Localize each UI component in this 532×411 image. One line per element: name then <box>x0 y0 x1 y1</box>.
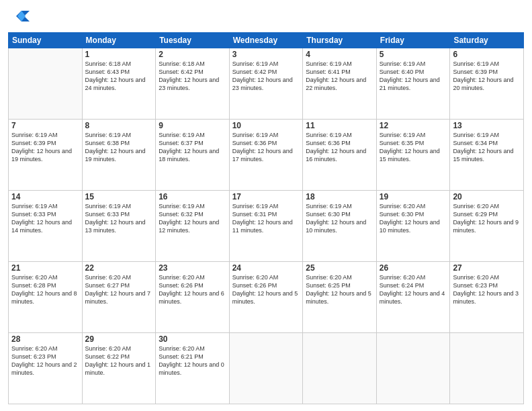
day-number: 22 <box>85 263 153 273</box>
day-info: Sunrise: 6:19 AMSunset: 6:42 PMDaylight:… <box>232 60 300 93</box>
calendar-cell: 9Sunrise: 6:19 AMSunset: 6:37 PMDaylight… <box>156 120 230 191</box>
day-header-wednesday: Wednesday <box>229 33 303 48</box>
day-number: 17 <box>232 192 300 201</box>
day-info: Sunrise: 6:19 AMSunset: 6:37 PMDaylight:… <box>159 131 226 164</box>
calendar-cell: 16Sunrise: 6:19 AMSunset: 6:32 PMDayligh… <box>156 191 230 262</box>
calendar-cell: 27Sunrise: 6:20 AMSunset: 6:23 PMDayligh… <box>450 262 524 333</box>
calendar-cell: 21Sunrise: 6:20 AMSunset: 6:28 PMDayligh… <box>9 262 83 333</box>
day-number: 18 <box>306 192 373 201</box>
day-number: 28 <box>11 334 79 344</box>
calendar-cell: 4Sunrise: 6:19 AMSunset: 6:41 PMDaylight… <box>303 48 377 120</box>
day-number: 25 <box>306 263 373 273</box>
calendar-cell <box>229 333 303 404</box>
day-info: Sunrise: 6:20 AMSunset: 6:26 PMDaylight:… <box>159 273 226 306</box>
week-row-2: 14Sunrise: 6:19 AMSunset: 6:33 PMDayligh… <box>9 191 524 262</box>
calendar-cell: 7Sunrise: 6:19 AMSunset: 6:39 PMDaylight… <box>9 120 83 191</box>
calendar-cell: 19Sunrise: 6:20 AMSunset: 6:30 PMDayligh… <box>376 191 450 262</box>
day-number: 16 <box>159 192 226 201</box>
day-info: Sunrise: 6:20 AMSunset: 6:21 PMDaylight:… <box>159 345 226 377</box>
day-info: Sunrise: 6:19 AMSunset: 6:36 PMDaylight:… <box>232 131 300 164</box>
day-number: 4 <box>306 50 373 59</box>
calendar-cell: 29Sunrise: 6:20 AMSunset: 6:22 PMDayligh… <box>82 333 156 404</box>
day-number: 26 <box>380 263 447 273</box>
day-number: 5 <box>380 50 447 59</box>
day-number: 9 <box>159 121 226 130</box>
day-info: Sunrise: 6:19 AMSunset: 6:34 PMDaylight:… <box>453 131 521 164</box>
day-number: 29 <box>85 334 153 344</box>
day-info: Sunrise: 6:20 AMSunset: 6:26 PMDaylight:… <box>232 273 300 306</box>
day-info: Sunrise: 6:20 AMSunset: 6:28 PMDaylight:… <box>11 273 79 306</box>
calendar-cell: 12Sunrise: 6:19 AMSunset: 6:35 PMDayligh… <box>376 120 450 191</box>
day-info: Sunrise: 6:20 AMSunset: 6:29 PMDaylight:… <box>453 202 521 235</box>
calendar-cell <box>303 333 377 404</box>
calendar-cell: 15Sunrise: 6:19 AMSunset: 6:33 PMDayligh… <box>82 191 156 262</box>
calendar-cell <box>9 48 83 120</box>
day-info: Sunrise: 6:19 AMSunset: 6:36 PMDaylight:… <box>306 131 373 164</box>
header <box>8 7 524 28</box>
day-info: Sunrise: 6:19 AMSunset: 6:40 PMDaylight:… <box>380 60 447 93</box>
day-number: 6 <box>453 50 521 59</box>
logo-icon <box>8 7 30 28</box>
calendar-cell: 10Sunrise: 6:19 AMSunset: 6:36 PMDayligh… <box>229 120 303 191</box>
day-info: Sunrise: 6:18 AMSunset: 6:42 PMDaylight:… <box>159 60 226 93</box>
day-info: Sunrise: 6:20 AMSunset: 6:23 PMDaylight:… <box>453 273 521 306</box>
week-row-1: 7Sunrise: 6:19 AMSunset: 6:39 PMDaylight… <box>9 120 524 191</box>
day-info: Sunrise: 6:19 AMSunset: 6:39 PMDaylight:… <box>453 60 521 93</box>
day-number: 1 <box>85 50 153 59</box>
calendar-cell: 17Sunrise: 6:19 AMSunset: 6:31 PMDayligh… <box>229 191 303 262</box>
calendar-cell: 25Sunrise: 6:20 AMSunset: 6:25 PMDayligh… <box>303 262 377 333</box>
calendar-cell <box>450 333 524 404</box>
day-number: 13 <box>453 121 521 130</box>
day-number: 12 <box>380 121 447 130</box>
day-number: 21 <box>11 263 79 273</box>
day-header-sunday: Sunday <box>9 33 83 48</box>
calendar-cell: 14Sunrise: 6:19 AMSunset: 6:33 PMDayligh… <box>9 191 83 262</box>
day-number: 24 <box>232 263 300 273</box>
calendar-cell: 28Sunrise: 6:20 AMSunset: 6:23 PMDayligh… <box>9 333 83 404</box>
day-info: Sunrise: 6:19 AMSunset: 6:32 PMDaylight:… <box>159 202 226 235</box>
day-header-saturday: Saturday <box>450 33 524 48</box>
calendar-cell: 23Sunrise: 6:20 AMSunset: 6:26 PMDayligh… <box>156 262 230 333</box>
day-info: Sunrise: 6:20 AMSunset: 6:23 PMDaylight:… <box>11 345 79 377</box>
day-info: Sunrise: 6:20 AMSunset: 6:27 PMDaylight:… <box>85 273 153 306</box>
week-row-4: 28Sunrise: 6:20 AMSunset: 6:23 PMDayligh… <box>9 333 524 404</box>
day-number: 20 <box>453 192 521 201</box>
day-info: Sunrise: 6:18 AMSunset: 6:43 PMDaylight:… <box>85 60 153 93</box>
calendar-cell: 5Sunrise: 6:19 AMSunset: 6:40 PMDaylight… <box>376 48 450 120</box>
day-number: 30 <box>159 334 226 344</box>
day-info: Sunrise: 6:19 AMSunset: 6:35 PMDaylight:… <box>380 131 447 164</box>
day-info: Sunrise: 6:19 AMSunset: 6:33 PMDaylight:… <box>11 202 79 235</box>
day-info: Sunrise: 6:19 AMSunset: 6:31 PMDaylight:… <box>232 202 300 235</box>
calendar-cell: 30Sunrise: 6:20 AMSunset: 6:21 PMDayligh… <box>156 333 230 404</box>
calendar-cell <box>376 333 450 404</box>
day-info: Sunrise: 6:19 AMSunset: 6:41 PMDaylight:… <box>306 60 373 93</box>
calendar-cell: 6Sunrise: 6:19 AMSunset: 6:39 PMDaylight… <box>450 48 524 120</box>
calendar-cell: 3Sunrise: 6:19 AMSunset: 6:42 PMDaylight… <box>229 48 303 120</box>
calendar-cell: 11Sunrise: 6:19 AMSunset: 6:36 PMDayligh… <box>303 120 377 191</box>
day-info: Sunrise: 6:20 AMSunset: 6:22 PMDaylight:… <box>85 345 153 377</box>
day-info: Sunrise: 6:20 AMSunset: 6:24 PMDaylight:… <box>380 273 447 306</box>
week-row-3: 21Sunrise: 6:20 AMSunset: 6:28 PMDayligh… <box>9 262 524 333</box>
calendar-cell: 2Sunrise: 6:18 AMSunset: 6:42 PMDaylight… <box>156 48 230 120</box>
day-info: Sunrise: 6:19 AMSunset: 6:38 PMDaylight:… <box>85 131 153 164</box>
calendar-cell: 8Sunrise: 6:19 AMSunset: 6:38 PMDaylight… <box>82 120 156 191</box>
day-number: 23 <box>159 263 226 273</box>
day-number: 27 <box>453 263 521 273</box>
day-header-thursday: Thursday <box>303 33 377 48</box>
calendar-cell: 26Sunrise: 6:20 AMSunset: 6:24 PMDayligh… <box>376 262 450 333</box>
day-info: Sunrise: 6:20 AMSunset: 6:30 PMDaylight:… <box>380 202 447 235</box>
day-info: Sunrise: 6:20 AMSunset: 6:25 PMDaylight:… <box>306 273 373 306</box>
day-number: 3 <box>232 50 300 59</box>
calendar-cell: 22Sunrise: 6:20 AMSunset: 6:27 PMDayligh… <box>82 262 156 333</box>
page-container: SundayMondayTuesdayWednesdayThursdayFrid… <box>0 0 532 411</box>
day-header-tuesday: Tuesday <box>156 33 230 48</box>
day-number: 11 <box>306 121 373 130</box>
day-info: Sunrise: 6:19 AMSunset: 6:30 PMDaylight:… <box>306 202 373 235</box>
day-number: 7 <box>11 121 79 130</box>
day-number: 14 <box>11 192 79 201</box>
week-row-0: 1Sunrise: 6:18 AMSunset: 6:43 PMDaylight… <box>9 48 524 120</box>
calendar-cell: 24Sunrise: 6:20 AMSunset: 6:26 PMDayligh… <box>229 262 303 333</box>
day-number: 19 <box>380 192 447 201</box>
day-number: 2 <box>159 50 226 59</box>
day-header-row: SundayMondayTuesdayWednesdayThursdayFrid… <box>9 33 524 48</box>
